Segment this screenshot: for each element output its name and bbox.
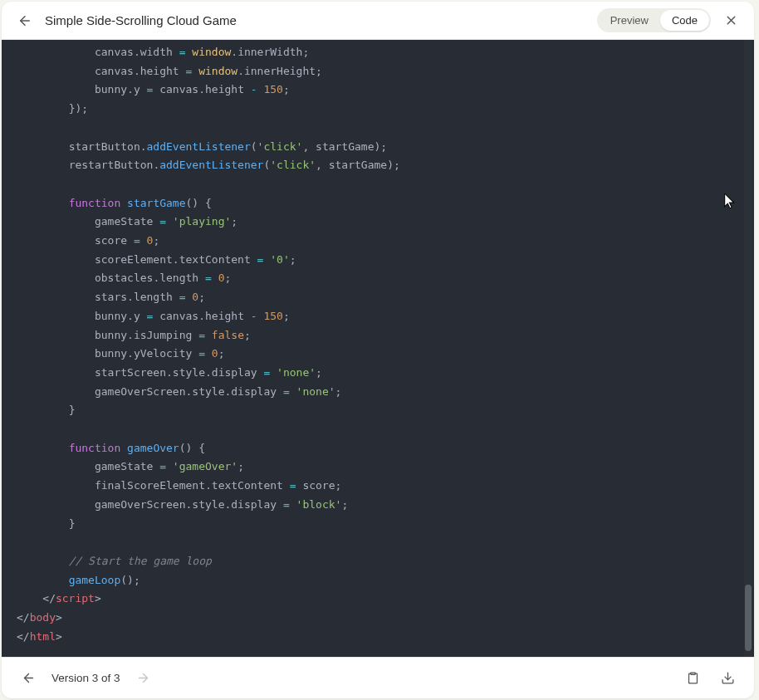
copy-button[interactable]	[681, 667, 704, 690]
svg-rect-5	[690, 673, 695, 674]
download-button[interactable]	[716, 667, 739, 690]
close-button[interactable]	[719, 9, 742, 32]
prev-version-button[interactable]	[17, 667, 40, 690]
preview-toggle[interactable]: Preview	[599, 10, 660, 31]
artifact-panel: Simple Side-Scrolling Cloud Game Preview…	[2, 2, 754, 698]
arrow-left-icon	[22, 671, 36, 685]
artifact-title: Simple Side-Scrolling Cloud Game	[45, 13, 589, 27]
header-bar: Simple Side-Scrolling Cloud Game Preview…	[2, 2, 754, 40]
code-scroll-region[interactable]: canvas.width = window.innerWidth; canvas…	[2, 40, 754, 657]
scrollbar-thumb[interactable]	[745, 585, 752, 651]
back-button[interactable]	[13, 9, 37, 32]
next-version-button	[132, 667, 155, 690]
clipboard-icon	[686, 671, 700, 685]
arrow-left-icon	[17, 13, 32, 28]
code-toggle[interactable]: Code	[660, 10, 709, 31]
code-content: canvas.width = window.innerWidth; canvas…	[2, 43, 754, 647]
close-icon	[724, 13, 738, 27]
code-viewer: canvas.width = window.innerWidth; canvas…	[2, 40, 754, 657]
download-icon	[721, 671, 735, 685]
scrollbar-track[interactable]	[744, 40, 752, 657]
footer-bar: Version 3 of 3	[2, 657, 754, 698]
version-label: Version 3 of 3	[51, 672, 120, 684]
arrow-right-icon	[136, 671, 150, 685]
view-toggle: Preview Code	[597, 8, 711, 32]
